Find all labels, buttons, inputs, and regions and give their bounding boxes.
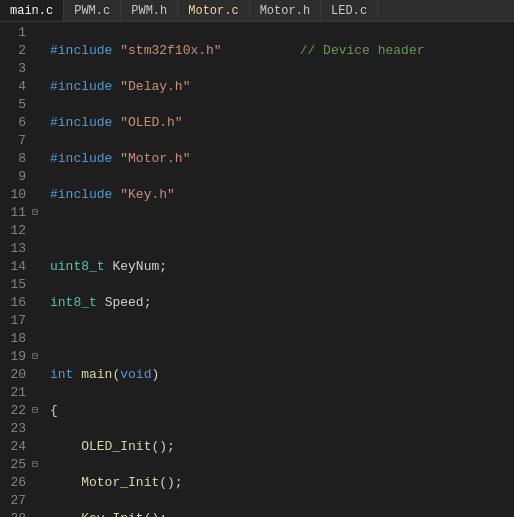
tab-main-c[interactable]: main.c	[0, 0, 64, 21]
tab-pwm-h[interactable]: PWM.h	[121, 0, 178, 21]
tab-motor-h[interactable]: Motor.h	[250, 0, 321, 21]
line-numbers: 12345 678910 1112131415 1617181920 21222…	[0, 22, 32, 517]
tab-bar: main.c PWM.c PWM.h Motor.c Motor.h LED.c	[0, 0, 514, 22]
gutter: ⊟ ⊟ ⊟ ⊟	[32, 22, 46, 517]
tab-led-c[interactable]: LED.c	[321, 0, 378, 21]
tab-motor-c[interactable]: Motor.c	[178, 0, 249, 21]
tab-pwm-c[interactable]: PWM.c	[64, 0, 121, 21]
code-area[interactable]: #include "stm32f10x.h" // Device header …	[46, 22, 514, 517]
editor: 12345 678910 1112131415 1617181920 21222…	[0, 22, 514, 517]
